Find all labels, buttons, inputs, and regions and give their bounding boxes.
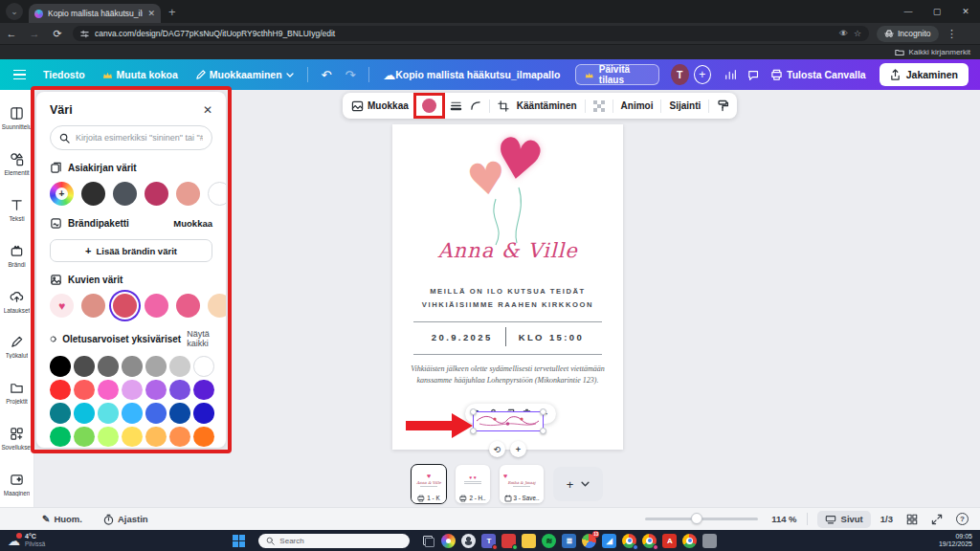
pinned-app-icon[interactable] — [501, 534, 516, 548]
site-settings-icon[interactable] — [80, 30, 89, 38]
color-swatch[interactable] — [193, 403, 214, 424]
line-weight-icon[interactable] — [450, 100, 462, 111]
color-swatch[interactable] — [98, 403, 119, 424]
color-swatch[interactable] — [98, 356, 119, 377]
print-button[interactable]: Tulosta Canvalla — [770, 69, 866, 80]
share-button[interactable]: Jakaminen — [880, 63, 969, 86]
sidebar-item-apps[interactable]: Sovellukset — [0, 415, 33, 461]
add-page-button[interactable]: + — [553, 467, 603, 501]
pie-chart-icon[interactable]: 13 — [582, 534, 596, 548]
color-swatch[interactable] — [81, 294, 105, 318]
upgrade-button[interactable]: Päivitä tilaus — [575, 64, 658, 85]
image-thumbnail-swatch[interactable]: ♥ — [50, 294, 74, 318]
insights-icon[interactable] — [724, 68, 736, 81]
redo-icon[interactable]: ↷ — [345, 68, 355, 82]
editing-menu[interactable]: Muokkaaminen — [195, 69, 294, 80]
date-time-row[interactable]: 20.9.2025 KLO 15:00 — [392, 327, 623, 346]
color-swatch[interactable] — [50, 356, 71, 377]
color-swatch[interactable] — [122, 403, 143, 424]
brand-edit-link[interactable]: Muokkaa — [173, 218, 212, 229]
heart-balloons-image[interactable]: ♥ ♥ — [459, 130, 565, 250]
photos-icon[interactable] — [441, 534, 456, 548]
taskbar-search[interactable]: Search — [258, 534, 410, 548]
forward-icon[interactable]: → — [23, 28, 46, 39]
design-title[interactable]: Kopio mallista hääkutsu_ilmapallo — [395, 69, 560, 80]
color-swatch[interactable] — [50, 403, 71, 424]
add-member-button[interactable]: + — [694, 65, 711, 84]
resize-handle[interactable] — [540, 408, 546, 415]
maximize-button[interactable]: ▢ — [923, 0, 951, 23]
position-button[interactable]: Sijainti — [669, 100, 701, 111]
move-handle[interactable]: + — [510, 441, 526, 457]
copy-style-icon[interactable] — [717, 99, 728, 112]
timer-button[interactable]: Ajastin — [103, 514, 148, 525]
color-swatch[interactable] — [122, 356, 143, 377]
sidebar-item-design[interactable]: Suunnittelu — [0, 96, 33, 142]
bookmark-star-icon[interactable]: ☆ — [854, 29, 861, 38]
color-swatch[interactable] — [145, 403, 167, 424]
chrome-icon[interactable] — [682, 534, 697, 548]
color-swatch[interactable] — [74, 356, 95, 377]
edit-image-button[interactable]: Muokkaa — [351, 100, 409, 112]
help-icon[interactable]: ? — [956, 513, 969, 525]
color-swatch[interactable] — [193, 427, 214, 448]
main-menu-icon[interactable] — [13, 70, 26, 80]
fullscreen-icon[interactable] — [931, 514, 943, 525]
add-color-swatch[interactable]: + — [50, 182, 74, 206]
grid-view-icon[interactable] — [906, 514, 918, 525]
color-swatch[interactable] — [145, 380, 167, 401]
back-icon[interactable]: ← — [0, 28, 23, 39]
zoom-slider-thumb[interactable] — [691, 513, 702, 524]
color-swatch[interactable] — [193, 380, 214, 401]
zoom-level[interactable]: 114 % — [771, 514, 796, 524]
weather-widget[interactable]: ☁ 4°C Pilvissä — [8, 533, 45, 547]
avatar[interactable]: T — [671, 64, 689, 85]
onenote-icon[interactable]: ≣ — [562, 534, 576, 548]
sticky-notes-icon[interactable] — [522, 534, 536, 548]
rotate-handle[interactable]: ⟲ — [489, 441, 505, 457]
resize-menu[interactable]: Muuta kokoa — [102, 69, 178, 80]
chrome-profile2-icon[interactable] — [642, 534, 657, 548]
tab-search-icon[interactable]: ⌄ — [6, 3, 23, 20]
color-swatch[interactable] — [145, 294, 168, 318]
color-swatch[interactable] — [208, 182, 226, 206]
color-swatch[interactable] — [169, 403, 190, 424]
sidebar-item-tools[interactable]: Työkalut — [0, 324, 33, 370]
reload-icon[interactable]: ⟳ — [46, 28, 69, 40]
chevron-down-icon[interactable] — [581, 481, 590, 487]
color-swatch[interactable] — [74, 380, 95, 401]
start-button[interactable] — [233, 535, 245, 547]
color-swatch[interactable] — [81, 182, 105, 206]
teams-icon[interactable]: T — [481, 534, 496, 548]
invitation-details[interactable]: Vihkiäisten jälkeen olette sydämellisest… — [406, 364, 610, 387]
app-icon[interactable] — [702, 534, 717, 548]
add-brand-colors-button[interactable]: +Lisää brändin värit — [50, 239, 212, 262]
element-color-chip[interactable] — [422, 99, 436, 113]
color-swatch[interactable] — [113, 294, 137, 318]
sidebar-item-magic[interactable]: Maaginen — [0, 461, 33, 507]
curve-icon[interactable] — [470, 100, 481, 111]
browser-menu-icon[interactable]: ⋮ — [941, 28, 964, 40]
color-swatch[interactable] — [145, 427, 167, 448]
page-thumbnail-1[interactable]: ♥Anna & Ville 1 - K — [412, 465, 446, 503]
color-swatch[interactable] — [50, 427, 71, 448]
panel-close-icon[interactable]: ✕ — [203, 103, 212, 117]
color-swatch[interactable] — [122, 427, 143, 448]
color-search[interactable] — [50, 125, 212, 150]
color-swatch[interactable] — [145, 182, 168, 206]
crop-icon[interactable] — [498, 100, 509, 112]
sidebar-item-projects[interactable]: Projektit — [0, 370, 33, 416]
acrobat-icon[interactable]: A — [662, 534, 677, 548]
new-tab-button[interactable]: + — [168, 5, 176, 19]
task-view-icon[interactable] — [421, 534, 435, 548]
taskbar-clock[interactable]: 09:05 19/12/2025 — [939, 533, 972, 549]
vscode-icon[interactable]: ◢ — [602, 534, 616, 548]
color-search-input[interactable] — [76, 133, 203, 143]
color-swatch[interactable] — [145, 356, 167, 377]
selected-ornament-element[interactable] — [473, 411, 544, 431]
design-canvas[interactable]: ♥ ♥ Anna & Ville MEILLÄ ON ILO KUTSUA TE… — [392, 124, 623, 450]
color-swatch[interactable] — [193, 356, 214, 377]
zoom-slider[interactable] — [645, 518, 758, 520]
plus-icon[interactable]: + — [567, 477, 574, 492]
sidebar-item-brand[interactable]: Brändi — [0, 232, 33, 278]
